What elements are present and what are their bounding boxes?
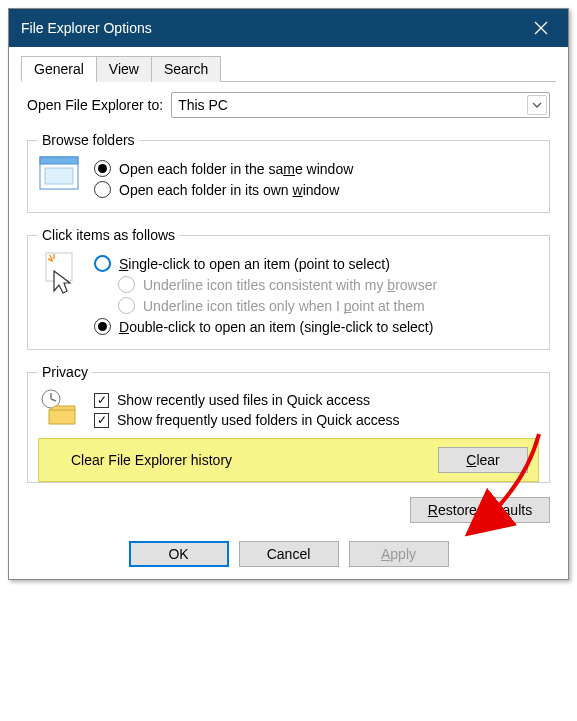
radio-underline-point: Underline icon titles only when I point … (118, 297, 539, 314)
history-folder-icon (38, 388, 80, 426)
radio-icon (94, 181, 111, 198)
open-to-select[interactable]: This PC (171, 92, 550, 118)
dropdown-arrow-icon (527, 95, 547, 115)
checkbox-icon (94, 393, 109, 408)
ok-button[interactable]: OK (129, 541, 229, 567)
tab-general[interactable]: General (21, 56, 97, 82)
radio-own-window[interactable]: Open each folder in its own window (94, 181, 539, 198)
svg-rect-3 (40, 157, 78, 164)
client-area: General View Search Open File Explorer t… (9, 47, 568, 579)
radio-label: Underline icon titles only when I point … (143, 298, 425, 314)
folder-window-icon (38, 156, 80, 190)
clear-button[interactable]: Clear (438, 447, 528, 473)
check-label: Show frequently used folders in Quick ac… (117, 412, 399, 428)
title-bar: File Explorer Options (9, 9, 568, 47)
clear-history-row: Clear File Explorer history Clear (38, 438, 539, 482)
check-label: Show recently used files in Quick access (117, 392, 370, 408)
apply-button[interactable]: Apply (349, 541, 449, 567)
tab-strip: General View Search (21, 55, 556, 82)
click-legend: Click items as follows (38, 227, 179, 243)
radio-double-click[interactable]: Double-click to open an item (single-cli… (94, 318, 539, 335)
privacy-group: Privacy Show recently used files in Quic… (27, 364, 550, 483)
open-to-label: Open File Explorer to: (27, 97, 163, 113)
radio-label: Underline icon titles consistent with my… (143, 277, 437, 293)
clear-history-label: Clear File Explorer history (49, 452, 438, 468)
cursor-click-icon (38, 251, 80, 297)
window-title: File Explorer Options (21, 20, 518, 36)
cancel-button[interactable]: Cancel (239, 541, 339, 567)
radio-underline-browser: Underline icon titles consistent with my… (118, 276, 539, 293)
check-frequent-folders[interactable]: Show frequently used folders in Quick ac… (94, 412, 539, 428)
radio-label: Open each folder in the same window (119, 161, 353, 177)
radio-icon (94, 318, 111, 335)
radio-label: Single-click to open an item (point to s… (119, 256, 390, 272)
footer-buttons: OK Cancel Apply (21, 541, 556, 567)
privacy-legend: Privacy (38, 364, 92, 380)
radio-icon (94, 255, 111, 272)
checkbox-icon (94, 413, 109, 428)
radio-label: Open each folder in its own window (119, 182, 339, 198)
close-button[interactable] (518, 13, 564, 43)
radio-icon (118, 297, 135, 314)
tab-view[interactable]: View (96, 56, 152, 82)
browse-legend: Browse folders (38, 132, 139, 148)
radio-same-window[interactable]: Open each folder in the same window (94, 160, 539, 177)
restore-defaults-button[interactable]: Restore Defaults (410, 497, 550, 523)
svg-rect-4 (45, 168, 73, 184)
browse-folders-group: Browse folders Open each folder in the s… (27, 132, 550, 213)
click-items-group: Click items as follows Single-click to o… (27, 227, 550, 350)
check-recent-files[interactable]: Show recently used files in Quick access (94, 392, 539, 408)
radio-single-click[interactable]: Single-click to open an item (point to s… (94, 255, 539, 272)
close-icon (534, 21, 548, 35)
dialog-window: File Explorer Options General View Searc… (8, 8, 569, 580)
restore-row: Restore Defaults (27, 497, 550, 523)
radio-icon (94, 160, 111, 177)
radio-icon (118, 276, 135, 293)
open-to-value: This PC (178, 97, 228, 113)
radio-label: Double-click to open an item (single-cli… (119, 319, 433, 335)
tab-search[interactable]: Search (151, 56, 221, 82)
open-to-row: Open File Explorer to: This PC (27, 92, 550, 118)
